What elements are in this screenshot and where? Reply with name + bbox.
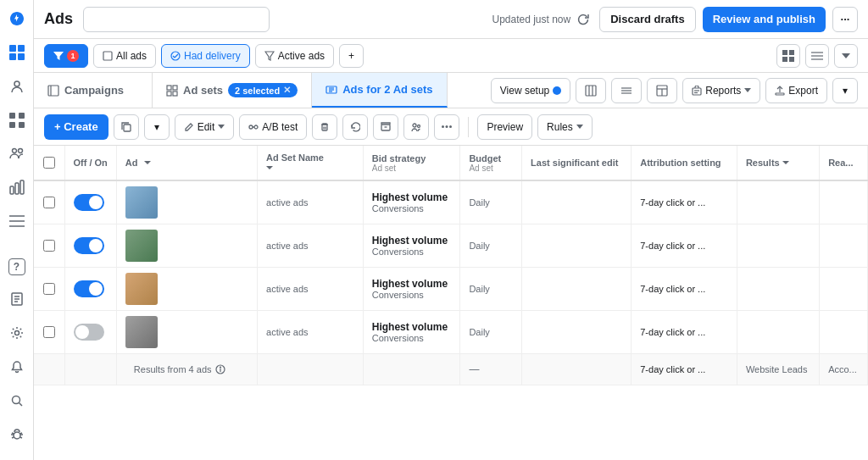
row-attr-cell: 7-day click or ...	[632, 180, 737, 224]
ad-thumbnail	[125, 273, 158, 305]
col-header-attr: Attribution setting	[632, 146, 737, 180]
archive-button[interactable]	[373, 114, 398, 140]
ab-test-button[interactable]: A/B test	[239, 114, 307, 140]
ad-toggle[interactable]	[74, 324, 104, 341]
row-edit-cell	[522, 311, 632, 354]
svg-point-24	[14, 432, 20, 439]
more-options-button[interactable]: ···	[832, 7, 858, 32]
view-setup-button[interactable]: View setup	[491, 78, 570, 103]
svg-point-4	[14, 81, 19, 86]
row-reach-cell	[820, 224, 868, 268]
results-footer: Results from 4 ads	[125, 359, 248, 380]
edit-button[interactable]: Edit	[175, 114, 235, 140]
columns-button[interactable]	[611, 78, 642, 103]
row-checkbox-cell[interactable]	[34, 311, 64, 354]
svg-point-81	[418, 125, 420, 127]
duplicate-dropdown-button[interactable]: ▾	[144, 114, 170, 140]
select-all-checkbox[interactable]	[43, 157, 55, 169]
columns-toggle-button[interactable]	[576, 78, 606, 103]
ads-icon	[326, 84, 337, 96]
adsets-icon	[166, 85, 178, 97]
export-button[interactable]: Export	[765, 78, 827, 103]
grid-icon[interactable]	[7, 110, 27, 130]
row-budget-cell: Daily	[460, 268, 522, 311]
person-icon[interactable]	[7, 76, 27, 97]
row-checkbox-cell[interactable]	[34, 180, 64, 224]
dropdown-button[interactable]	[834, 44, 858, 68]
column-selector-button[interactable]	[805, 44, 829, 68]
data-table: Off / On Ad Ad Set Name Bid strategy	[34, 146, 868, 385]
svg-line-27	[12, 437, 14, 438]
row-checkbox-cell[interactable]	[34, 224, 64, 268]
active-ads-filter-button[interactable]: Active ads	[255, 44, 334, 68]
bug-icon[interactable]	[7, 424, 27, 445]
svg-point-83	[446, 125, 448, 128]
duplicate-button[interactable]	[114, 114, 139, 140]
table-toolbar: + Create ▾ Edit A/B test	[34, 108, 868, 146]
home-icon[interactable]	[7, 42, 27, 63]
row-results-cell	[737, 311, 819, 354]
row-results-cell	[737, 180, 819, 224]
ad-toggle[interactable]	[74, 237, 104, 254]
svg-marker-31	[53, 52, 64, 60]
add-filter-button[interactable]: +	[339, 44, 364, 68]
ad-toggle[interactable]	[74, 194, 104, 211]
row-toggle-cell[interactable]	[64, 311, 116, 354]
footer-ad: Results from 4 ads	[116, 354, 257, 385]
discard-drafts-button[interactable]: Discard drafts	[599, 7, 695, 32]
audience-button[interactable]	[403, 114, 429, 140]
svg-rect-50	[173, 91, 177, 96]
breakdown-button[interactable]	[647, 78, 677, 103]
undo-button[interactable]	[342, 114, 368, 140]
meta-logo-icon[interactable]	[7, 8, 27, 29]
all-ads-filter-button[interactable]: All ads	[93, 44, 156, 68]
row-checkbox-cell[interactable]	[34, 268, 64, 311]
svg-rect-38	[789, 50, 794, 55]
ads-label: Ads for 2 Ad sets	[342, 83, 432, 96]
ad-thumbnail	[125, 186, 158, 219]
refresh-icon[interactable]	[574, 10, 593, 29]
adsets-panel[interactable]: Ad sets 2 selected ✕	[153, 73, 312, 108]
ads-panel[interactable]: Ads for 2 Ad sets	[312, 73, 447, 108]
campaigns-panel[interactable]: Campaigns	[34, 73, 153, 108]
chart-icon[interactable]	[7, 177, 27, 197]
more-actions-button[interactable]	[434, 114, 459, 140]
row-toggle-cell[interactable]	[64, 180, 116, 224]
table-container[interactable]: + Create ▾ Edit A/B test	[34, 108, 868, 460]
settings-icon[interactable]	[7, 323, 27, 343]
export-more-button[interactable]: ▾	[832, 78, 858, 103]
ad-toggle[interactable]	[74, 280, 104, 297]
row-checkbox[interactable]	[43, 197, 55, 208]
row-attr-cell: 7-day click or ...	[632, 311, 737, 354]
row-toggle-cell[interactable]	[64, 268, 116, 311]
grid-view-button[interactable]	[776, 44, 800, 68]
row-bid-cell: Highest volume Conversions	[363, 311, 460, 354]
bell-icon[interactable]	[7, 357, 27, 377]
filter-button[interactable]: 1	[44, 44, 88, 68]
delete-button[interactable]	[312, 114, 337, 140]
left-sidebar: ?	[0, 0, 34, 460]
row-checkbox[interactable]	[43, 283, 55, 295]
review-publish-button[interactable]: Review and publish	[703, 7, 826, 32]
reports-button[interactable]: Reports	[682, 78, 760, 103]
clear-selection-button[interactable]: ✕	[283, 85, 291, 96]
row-checkbox[interactable]	[43, 240, 55, 252]
row-checkbox[interactable]	[43, 326, 55, 338]
svg-rect-12	[15, 183, 19, 194]
help-icon[interactable]: ?	[8, 258, 25, 275]
had-delivery-filter-button[interactable]: Had delivery	[161, 44, 250, 68]
people-icon[interactable]	[7, 143, 27, 163]
rules-button[interactable]: Rules	[537, 114, 593, 140]
footer-budget: —	[460, 354, 522, 385]
svg-rect-45	[48, 86, 58, 96]
create-button[interactable]: + Create	[44, 114, 108, 140]
menu-icon[interactable]	[7, 211, 27, 231]
row-toggle-cell[interactable]	[64, 224, 116, 268]
search-bottom-icon[interactable]	[7, 391, 27, 411]
adsets-label: Ad sets	[183, 84, 223, 97]
preview-button[interactable]: Preview	[477, 114, 532, 140]
col-header-edit: Last significant edit	[522, 146, 632, 180]
svg-rect-39	[782, 57, 787, 62]
search-input[interactable]	[83, 7, 270, 32]
book-icon[interactable]	[7, 289, 27, 309]
